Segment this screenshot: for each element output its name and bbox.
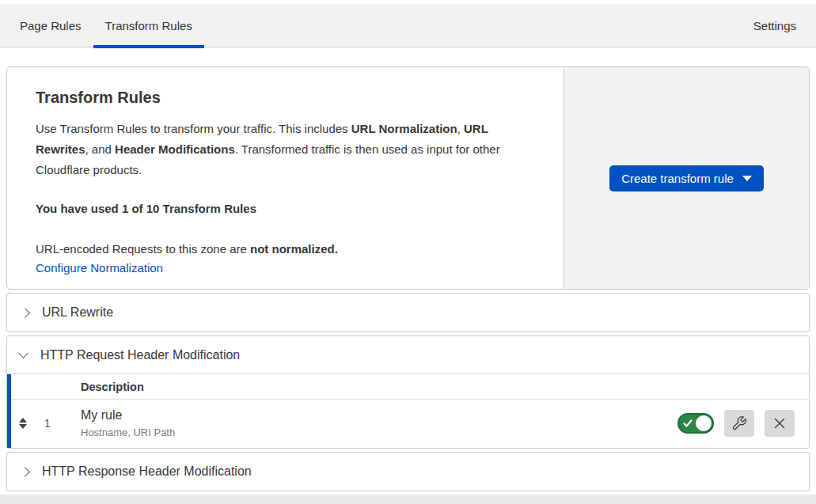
create-transform-rule-label: Create transform rule — [621, 172, 734, 185]
section-label: HTTP Response Header Modification — [42, 464, 252, 479]
page-title: Transform Rules — [36, 89, 532, 107]
description-text: , — [457, 122, 464, 135]
section-http-response-header-modification: HTTP Response Header Modification — [6, 452, 810, 491]
overview-description: Use Transform Rules to transform your tr… — [36, 119, 532, 180]
table-header-description: Description — [81, 381, 809, 393]
tab-transform-rules[interactable]: Transform Rules — [93, 4, 204, 47]
tab-label: Page Rules — [20, 19, 82, 32]
tab-label: Settings — [753, 19, 796, 32]
tab-label: Transform Rules — [105, 19, 192, 32]
rule-name: My rule — [81, 408, 677, 423]
table-header-spacer — [36, 381, 81, 393]
rule-actions — [677, 410, 809, 437]
tab-page-rules[interactable]: Page Rules — [8, 4, 93, 47]
tab-settings[interactable]: Settings — [742, 4, 808, 47]
edit-rule-button[interactable] — [724, 410, 754, 437]
table-row: 1 My rule Hostname, URI Path — [11, 400, 809, 448]
normalization-status: URL-encoded Requests to this zone are no… — [36, 242, 532, 256]
check-icon — [683, 419, 693, 428]
description-bold: URL Normalization — [351, 122, 457, 135]
rule-index: 1 — [36, 417, 81, 430]
rules-table: Description 1 My rule Hostname, URI Path — [7, 374, 809, 448]
wrench-icon — [731, 415, 747, 431]
section-http-request-header-modification: HTTP Request Header Modification Descrip… — [6, 335, 810, 449]
page-background-strip — [0, 495, 816, 504]
section-header-http-request[interactable]: HTTP Request Header Modification — [7, 336, 809, 374]
section-header-url-rewrite[interactable]: URL Rewrite — [7, 294, 809, 332]
usage-count-text: You have used 1 of 10 Transform Rules — [36, 202, 532, 215]
create-transform-rule-button[interactable]: Create transform rule — [609, 165, 764, 191]
chevron-right-icon — [20, 308, 30, 318]
rule-enabled-toggle[interactable] — [677, 413, 714, 434]
configure-normalization-link[interactable]: Configure Normalization — [36, 261, 163, 275]
chevron-down-icon — [18, 348, 28, 358]
table-header-row: Description — [11, 374, 809, 400]
chevron-right-icon — [20, 467, 30, 477]
rule-fields: Hostname, URI Path — [81, 426, 677, 438]
table-header-spacer — [11, 381, 36, 393]
normalization-text: URL-encoded Requests to this zone are — [36, 242, 250, 256]
section-header-http-response[interactable]: HTTP Response Header Modification — [7, 453, 809, 491]
create-rule-panel: Create transform rule — [564, 67, 809, 289]
caret-down-icon — [742, 176, 752, 181]
transform-rules-overview-card: Transform Rules Use Transform Rules to t… — [6, 66, 810, 290]
overview-content: Transform Rules Use Transform Rules to t… — [7, 67, 564, 289]
sort-up-triangle — [19, 418, 27, 423]
delete-rule-button[interactable] — [765, 410, 795, 437]
drag-sort-icon[interactable] — [17, 418, 28, 429]
toggle-knob — [696, 415, 712, 431]
tabbar-spacer — [204, 4, 742, 47]
section-label: HTTP Request Header Modification — [40, 348, 240, 362]
section-label: URL Rewrite — [42, 305, 113, 320]
tab-bar: Page Rules Transform Rules Settings — [0, 4, 816, 47]
rule-description-cell: My rule Hostname, URI Path — [81, 408, 677, 438]
normalization-bold: not normalized. — [250, 242, 338, 256]
sort-down-triangle — [19, 424, 27, 429]
section-url-rewrite: URL Rewrite — [6, 293, 810, 332]
description-text: , and — [85, 142, 116, 156]
description-bold: Header Modifications — [115, 142, 235, 156]
description-text: Use Transform Rules to transform your tr… — [36, 122, 351, 135]
close-icon — [772, 416, 787, 430]
